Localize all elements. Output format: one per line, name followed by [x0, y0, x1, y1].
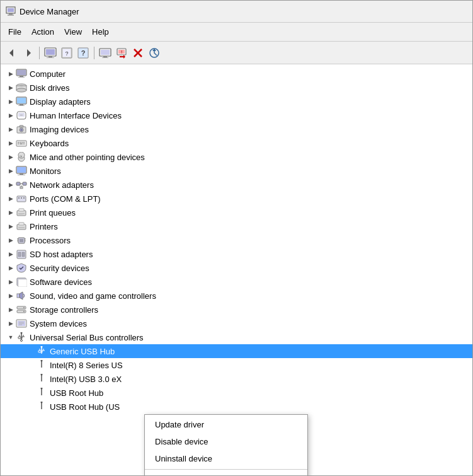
label-storage: Storage controllers — [30, 305, 98, 315]
expand-arrow-mice[interactable]: ▶ — [6, 152, 16, 162]
tree-item-intel8[interactable]: Intel(R) 8 Series US — [1, 358, 472, 372]
icon-sound — [16, 290, 27, 301]
tree-item-processors[interactable]: ▶ Processors — [1, 233, 472, 247]
tree-item-security[interactable]: ▶ Security devices — [1, 261, 472, 275]
svg-marker-4 — [9, 49, 13, 57]
expand-arrow-printers[interactable]: ▶ — [6, 221, 16, 231]
tree-item-software[interactable]: ▶ Software devices — [1, 275, 472, 289]
icon-sdhost — [16, 248, 27, 260]
toolbar-screen[interactable] — [98, 45, 113, 61]
toolbar-view[interactable]: ? — [59, 45, 74, 61]
expand-arrow-software[interactable]: ▶ — [6, 277, 16, 287]
svg-rect-62 — [18, 175, 25, 175]
svg-rect-50 — [21, 142, 23, 143]
svg-rect-52 — [18, 144, 19, 145]
tree-item-monitors[interactable]: ▶ Monitors — [1, 164, 472, 178]
tree-item-network[interactable]: ▶ Network adapters — [1, 178, 472, 192]
toolbar-update[interactable]: ! — [114, 45, 129, 61]
tree-item-generic-usb-hub[interactable]: Generic USB Hub — [1, 344, 472, 358]
expand-arrow-hid[interactable]: ▶ — [6, 110, 16, 120]
svg-point-95 — [23, 311, 25, 312]
icon-mice — [16, 151, 27, 163]
toolbar-scan[interactable] — [147, 45, 162, 61]
expand-arrow-network[interactable]: ▶ — [6, 180, 16, 190]
label-generic-usb-hub: Generic USB Hub — [50, 347, 115, 356]
expand-arrow-display[interactable]: ▶ — [6, 96, 16, 107]
tree-item-storage[interactable]: ▶ Storage controllers — [1, 303, 472, 316]
context-menu-update-driver[interactable]: Update driver — [145, 416, 307, 433]
menu-help[interactable]: Help — [87, 25, 114, 39]
svg-rect-17 — [103, 56, 107, 57]
expand-arrow-sdhost[interactable]: ▶ — [6, 249, 16, 259]
tree-item-computer[interactable]: ▶ Computer — [1, 67, 472, 81]
tree-view: ▶ Computer ▶ — [1, 64, 472, 416]
label-usb: Universal Serial Bus controllers — [30, 333, 144, 342]
expand-arrow-usb[interactable]: ▼ — [6, 332, 16, 342]
svg-rect-53 — [20, 144, 23, 145]
expand-arrow-sound[interactable]: ▶ — [6, 291, 16, 301]
tree-item-ports[interactable]: ▶ Ports (COM & LPT) — [1, 192, 472, 206]
expand-arrow-disk[interactable]: ▶ — [6, 83, 16, 93]
context-menu: Update driver Disable device Uninstall d… — [144, 414, 308, 475]
expand-arrow-computer[interactable]: ▶ — [6, 69, 16, 79]
toolbar-properties[interactable] — [43, 45, 58, 61]
expand-arrow-processors[interactable]: ▶ — [6, 235, 16, 245]
tree-item-intel-usb30[interactable]: Intel(R) USB 3.0 eX — [1, 372, 472, 386]
svg-rect-37 — [17, 98, 26, 103]
icon-storage — [16, 304, 27, 315]
tree-item-hid[interactable]: ▶ Human Interface Devices — [1, 108, 472, 122]
tree-item-printers[interactable]: ▶ Printers — [1, 219, 472, 233]
expand-arrow-security[interactable]: ▶ — [6, 263, 16, 273]
tree-item-usb[interactable]: ▼ Universal Serial Bus controllers — [1, 330, 472, 344]
context-menu-uninstall-device[interactable]: Uninstall device — [145, 450, 307, 467]
svg-rect-68 — [17, 196, 26, 202]
svg-rect-86 — [18, 252, 21, 257]
toolbar-back[interactable] — [4, 45, 20, 61]
tree-item-display[interactable]: ▶ Display adapters — [1, 95, 472, 108]
tree-item-sound[interactable]: ▶ Sound, video and game controllers — [1, 289, 472, 303]
tree-item-keyboards[interactable]: ▶ Keyboards — [1, 136, 472, 150]
tree-item-imaging[interactable]: ▶ Imaging devices — [1, 122, 472, 136]
expand-arrow-keyboards[interactable]: ▶ — [6, 138, 16, 148]
menu-action[interactable]: Action — [26, 25, 59, 39]
label-disk-drives: Disk drives — [30, 83, 70, 93]
tree-item-system[interactable]: ▶ System devices — [1, 316, 472, 330]
expand-arrow-print-queues[interactable]: ▶ — [6, 207, 16, 218]
tree-item-print-queues[interactable]: ▶ Print queues — [1, 206, 472, 219]
svg-rect-75 — [18, 215, 23, 216]
svg-rect-45 — [20, 125, 23, 127]
svg-rect-104 — [18, 337, 21, 339]
tree-item-sdhost[interactable]: ▶ SD host adapters — [1, 247, 472, 261]
toolbar-forward[interactable] — [21, 45, 36, 61]
expand-arrow-imaging[interactable]: ▶ — [6, 124, 16, 134]
svg-rect-2 — [9, 13, 13, 15]
toolbar-help[interactable]: ? — [76, 45, 91, 61]
tree-item-usb-root[interactable]: USB Root Hub — [1, 386, 472, 400]
icon-monitors — [16, 165, 27, 177]
icon-display — [16, 96, 27, 107]
svg-rect-1 — [8, 8, 14, 12]
expand-arrow-ports[interactable]: ▶ — [6, 194, 16, 204]
label-usb-root: USB Root Hub — [50, 388, 103, 398]
svg-text:?: ? — [65, 50, 68, 57]
toolbar-remove[interactable] — [130, 45, 145, 61]
menu-file[interactable]: File — [3, 25, 26, 39]
tree-item-usb-root-us[interactable]: USB Root Hub (US — [1, 400, 472, 414]
icon-intel-usb30 — [36, 373, 47, 385]
context-menu-scan-hardware[interactable]: Scan for hardware changes — [145, 472, 307, 475]
icon-generic-usb-hub — [36, 345, 47, 357]
tree-item-mice[interactable]: ▶ Mice and other pointing devices — [1, 150, 472, 164]
menu-view[interactable]: View — [59, 25, 87, 39]
svg-rect-71 — [23, 197, 25, 199]
icon-keyboards — [16, 137, 27, 149]
icon-usb-root-us — [36, 401, 47, 412]
expand-arrow-storage[interactable]: ▶ — [6, 305, 16, 315]
svg-rect-66 — [20, 187, 23, 189]
context-menu-disable-device[interactable]: Disable device — [145, 433, 307, 450]
svg-rect-64 — [23, 182, 26, 185]
svg-rect-9 — [47, 57, 54, 58]
svg-rect-29 — [17, 70, 26, 75]
expand-arrow-system[interactable]: ▶ — [6, 318, 16, 328]
expand-arrow-monitors[interactable]: ▶ — [6, 166, 16, 176]
tree-item-disk-drives[interactable]: ▶ Disk drives — [1, 81, 472, 95]
